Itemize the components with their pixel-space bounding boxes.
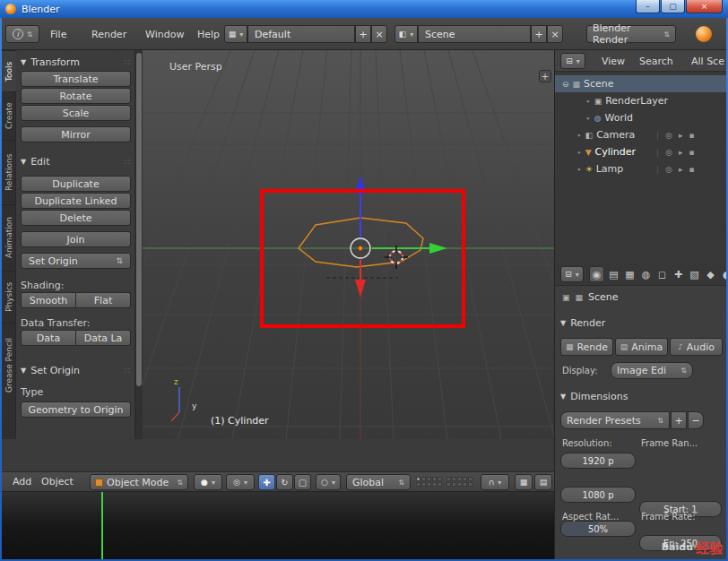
viewport-shading-dropdown[interactable]: ● ▾ bbox=[194, 474, 222, 490]
flat-button[interactable]: Flat bbox=[76, 292, 131, 308]
scale-button[interactable]: Scale bbox=[21, 105, 131, 121]
screen-layout-icon-button[interactable]: ▦ ▾ bbox=[224, 25, 247, 43]
rotate-manipulator-button[interactable]: ↻ bbox=[276, 474, 293, 490]
menu-add[interactable]: Add bbox=[13, 476, 31, 488]
properties-editor-button[interactable]: ⊟ ▾ bbox=[560, 266, 584, 282]
outliner-item-cylinder[interactable]: ∙ ▼ Cylinder | ◎ ▸ ▪ bbox=[555, 143, 726, 160]
resolution-percentage-slider[interactable]: 50% bbox=[560, 521, 636, 537]
tab-data-icon[interactable]: ◆ bbox=[703, 266, 718, 282]
data-layout-button[interactable]: Data La bbox=[76, 330, 131, 346]
translate-button[interactable]: Translate bbox=[21, 71, 131, 87]
window-titlebar[interactable]: Blender – ▢ × bbox=[0, 0, 728, 18]
visibility-eye-icon[interactable]: ◎ bbox=[665, 165, 672, 174]
panel-header-render[interactable]: ▼ Render bbox=[560, 315, 723, 331]
outliner-item-camera[interactable]: ∙ ◧ Camera | ◎ ▸ ▪ bbox=[555, 126, 726, 143]
selectability-pointer-icon[interactable]: ▸ bbox=[679, 131, 683, 140]
tab-material-icon[interactable]: ◐ bbox=[719, 266, 726, 282]
outliner-item-scene[interactable]: ⊖ ▦ Scene bbox=[555, 75, 726, 92]
tab-relations[interactable]: Relations bbox=[2, 140, 16, 204]
panel-header-set-origin[interactable]: ▼ Set Origin ∷ bbox=[21, 362, 131, 378]
duplicate-linked-button[interactable]: Duplicate Linked bbox=[21, 193, 131, 209]
render-anim-button[interactable]: ▤ bbox=[534, 474, 552, 490]
proportional-edit-dropdown[interactable]: ○ ▾ bbox=[316, 474, 341, 490]
data-button[interactable]: Data bbox=[21, 330, 76, 346]
tab-render-icon[interactable]: ◉ bbox=[589, 266, 604, 282]
close-button[interactable]: × bbox=[686, 0, 723, 13]
rotate-button[interactable]: Rotate bbox=[21, 88, 131, 104]
join-button[interactable]: Join bbox=[21, 231, 131, 247]
tab-render-layers-icon[interactable]: ▤ bbox=[606, 266, 621, 282]
translate-manipulator-button[interactable]: ✚ bbox=[258, 474, 275, 490]
mode-dropdown[interactable]: Object Mode ⇅ bbox=[90, 474, 188, 490]
remove-layout-button[interactable]: × bbox=[371, 25, 387, 43]
viewport-3d[interactable]: z y User Persp (1) Cylinder + bbox=[143, 50, 554, 439]
tab-object-icon[interactable]: ◻ bbox=[654, 266, 670, 282]
menu-object[interactable]: Object bbox=[41, 476, 74, 488]
panel-header-transform[interactable]: ▼ Transform ∷ bbox=[21, 54, 131, 70]
add-scene-button[interactable]: + bbox=[531, 25, 547, 43]
render-opengl-button[interactable]: ▦ bbox=[515, 474, 533, 490]
duplicate-button[interactable]: Duplicate bbox=[21, 176, 131, 192]
tab-tools[interactable]: Tools bbox=[2, 50, 16, 91]
tab-world-icon[interactable]: ◍ bbox=[638, 266, 654, 282]
menu-file[interactable]: File bbox=[50, 29, 66, 40]
menu-search[interactable]: Search bbox=[639, 56, 673, 67]
render-button[interactable]: ▦ Rende bbox=[560, 338, 613, 356]
renderability-camera-icon[interactable]: ▪ bbox=[689, 131, 694, 140]
tab-constraints-icon[interactable]: ✚ bbox=[671, 266, 686, 282]
remove-preset-button[interactable]: − bbox=[688, 411, 704, 429]
mirror-button[interactable]: Mirror bbox=[21, 126, 131, 142]
properties-region-expand-button[interactable]: + bbox=[539, 70, 551, 82]
tab-animation[interactable]: Animation bbox=[2, 204, 16, 271]
resolution-y-slider[interactable]: 1080 p bbox=[560, 487, 636, 503]
outliner-item-lamp[interactable]: ∙ ☀ Lamp | ◎ ▸ ▪ bbox=[555, 160, 726, 177]
outliner-editor-button[interactable]: ⊟ ▾ bbox=[560, 53, 585, 69]
selectability-pointer-icon[interactable]: ▸ bbox=[679, 165, 683, 174]
tab-modifiers-icon[interactable]: ▧ bbox=[687, 266, 702, 282]
menu-render[interactable]: Render bbox=[91, 29, 126, 40]
renderability-camera-icon[interactable]: ▪ bbox=[689, 148, 694, 157]
menu-window[interactable]: Window bbox=[145, 29, 184, 40]
scale-manipulator-button[interactable]: ▢ bbox=[294, 474, 311, 490]
tab-grease-pencil[interactable]: Grease Pencil bbox=[2, 323, 16, 407]
scene-name-field[interactable]: Scene bbox=[418, 25, 531, 43]
menu-help[interactable]: Help bbox=[197, 29, 220, 40]
editor-type-button[interactable]: i ⇅ bbox=[5, 25, 39, 43]
toolshelf-scrollbar[interactable] bbox=[134, 50, 143, 439]
layers-grid-1[interactable] bbox=[416, 477, 442, 487]
remove-scene-button[interactable]: × bbox=[547, 25, 563, 43]
resolution-x-slider[interactable]: 1920 p bbox=[560, 453, 636, 469]
minimize-button[interactable]: – bbox=[636, 0, 660, 13]
selectability-pointer-icon[interactable]: ▸ bbox=[679, 148, 683, 157]
display-dropdown[interactable]: Image Edi ⇅ bbox=[611, 362, 693, 379]
orientation-dropdown[interactable]: Global ⇅ bbox=[346, 474, 411, 490]
collapse-icon[interactable]: ⊖ bbox=[562, 80, 569, 89]
visibility-eye-icon[interactable]: ◎ bbox=[665, 148, 672, 157]
scene-icon-button[interactable]: ◧ ▾ bbox=[394, 25, 418, 43]
panel-header-dimensions[interactable]: ▼ Dimensions bbox=[560, 388, 723, 404]
snap-dropdown[interactable]: ∩ ▾ bbox=[481, 474, 509, 490]
render-engine-dropdown[interactable]: Blender Render ⇅ bbox=[586, 25, 676, 43]
panel-header-edit[interactable]: ▼ Edit ∷ bbox=[21, 153, 131, 169]
playhead[interactable] bbox=[101, 492, 103, 559]
outliner-item-renderlayer[interactable]: ∙ ▣ RenderLayer bbox=[555, 92, 726, 109]
outliner-item-world[interactable]: ∙ ◍ World bbox=[555, 109, 726, 126]
tab-physics[interactable]: Physics bbox=[2, 271, 16, 323]
tab-scene-icon[interactable]: ▦ bbox=[622, 266, 637, 282]
renderability-camera-icon[interactable]: ▪ bbox=[689, 165, 694, 174]
delete-button[interactable]: Delete bbox=[21, 210, 131, 226]
add-preset-button[interactable]: + bbox=[671, 411, 687, 429]
animation-button[interactable]: ▤ Anima bbox=[615, 338, 668, 356]
maximize-button[interactable]: ▢ bbox=[661, 0, 685, 13]
scrollbar-thumb[interactable] bbox=[136, 53, 142, 386]
layers-grid-2[interactable] bbox=[446, 477, 472, 487]
menu-view[interactable]: View bbox=[602, 56, 625, 67]
visibility-eye-icon[interactable]: ◎ bbox=[665, 131, 672, 140]
add-layout-button[interactable]: + bbox=[355, 25, 371, 43]
tab-create[interactable]: Create bbox=[2, 91, 16, 140]
display-filter-dropdown[interactable]: All Sce bbox=[691, 56, 724, 67]
origin-type-dropdown[interactable]: Geometry to Origin bbox=[21, 401, 131, 418]
smooth-button[interactable]: Smooth bbox=[21, 292, 76, 308]
timeline-editor[interactable] bbox=[2, 491, 554, 559]
audio-button[interactable]: ♪ Audio bbox=[670, 338, 723, 356]
